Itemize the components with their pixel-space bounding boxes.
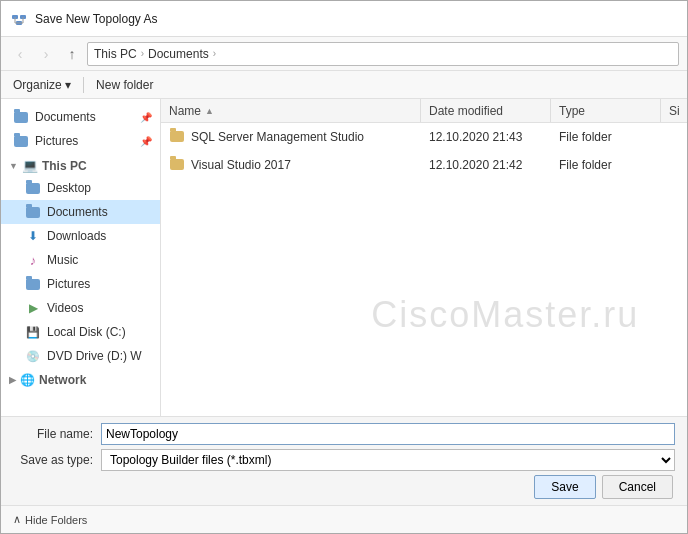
savetype-select[interactable]: Topology Builder files (*.tbxml) <box>101 449 675 471</box>
column-headers: Name ▲ Date modified Type Si <box>161 99 687 123</box>
sidebar-item-documents[interactable]: Documents <box>1 200 160 224</box>
sidebar-item-pictures-quick[interactable]: Pictures 📌 <box>1 129 160 153</box>
filename-label: File name: <box>13 427 93 441</box>
folder-icon2 <box>169 157 185 173</box>
sidebar-item-local-disk[interactable]: 💾 Local Disk (C:) <box>1 320 160 344</box>
sidebar-item-music[interactable]: ♪ Music <box>1 248 160 272</box>
pictures-icon <box>25 276 41 292</box>
file-name-cell: SQL Server Management Studio <box>161 126 421 148</box>
folder-icon <box>169 129 185 145</box>
this-pc-label: This PC <box>42 159 87 173</box>
back-button[interactable]: ‹ <box>9 43 31 65</box>
file-panel: Name ▲ Date modified Type Si S <box>161 99 687 416</box>
file-size-cell <box>661 134 687 140</box>
hide-folders-label: Hide Folders <box>25 514 87 526</box>
new-folder-button[interactable]: New folder <box>92 76 157 94</box>
filename-input[interactable] <box>101 423 675 445</box>
savetype-row: Save as type: Topology Builder files (*.… <box>13 449 675 471</box>
network-label: Network <box>39 373 86 387</box>
nav-bar: ‹ › ↑ This PC › Documents › <box>1 37 687 71</box>
file-type-cell: File folder <box>551 127 661 147</box>
breadcrumb-documents: Documents <box>148 47 209 61</box>
toolbar: Organize ▾ New folder <box>1 71 687 99</box>
footer-bar: ∧ Hide Folders <box>1 505 687 533</box>
sidebar-item-videos[interactable]: ▶ Videos <box>1 296 160 320</box>
col-header-size[interactable]: Si <box>661 99 687 122</box>
music-icon: ♪ <box>25 252 41 268</box>
breadcrumb-thispc: This PC <box>94 47 137 61</box>
breadcrumb-sep2: › <box>213 48 216 59</box>
network-header[interactable]: ▶ 🌐 Network <box>1 370 160 390</box>
col-header-name[interactable]: Name ▲ <box>161 99 421 122</box>
save-button[interactable]: Save <box>534 475 595 499</box>
sort-arrow: ▲ <box>205 106 214 116</box>
dvd-icon: 💿 <box>25 348 41 364</box>
quick-access-section: Documents 📌 Pictures 📌 <box>1 103 160 155</box>
downloads-icon: ⬇ <box>25 228 41 244</box>
desktop-icon <box>25 180 41 196</box>
breadcrumb[interactable]: This PC › Documents › <box>87 42 679 66</box>
videos-icon: ▶ <box>25 300 41 316</box>
downloads-label: Downloads <box>47 229 106 243</box>
toolbar-separator <box>83 77 84 93</box>
network-icon: 🌐 <box>20 373 35 387</box>
sidebar: Documents 📌 Pictures 📌 ▼ 💻 This PC Deskt… <box>1 99 161 416</box>
topology-icon <box>11 11 27 27</box>
table-row[interactable]: Visual Studio 2017 12.10.2020 21:42 File… <box>161 151 687 179</box>
col-header-date[interactable]: Date modified <box>421 99 551 122</box>
this-pc-header[interactable]: ▼ 💻 This PC <box>1 155 160 176</box>
folder-special-icon <box>13 109 29 125</box>
dialog-title: Save New Topology As <box>35 12 158 26</box>
file-date-cell: 12.10.2020 21:43 <box>421 127 551 147</box>
forward-button[interactable]: › <box>35 43 57 65</box>
title-bar: Save New Topology As <box>1 1 687 37</box>
sidebar-item-pictures[interactable]: Pictures <box>1 272 160 296</box>
sidebar-item-desktop[interactable]: Desktop <box>1 176 160 200</box>
col-header-type[interactable]: Type <box>551 99 661 122</box>
main-content: Documents 📌 Pictures 📌 ▼ 💻 This PC Deskt… <box>1 99 687 416</box>
computer-icon: 💻 <box>22 158 38 173</box>
hide-folders-button[interactable]: ∧ Hide Folders <box>13 513 87 526</box>
file-size-cell <box>661 162 687 168</box>
watermark: CiscoMaster.ru <box>371 294 639 336</box>
file-type-cell: File folder <box>551 155 661 175</box>
breadcrumb-sep1: › <box>141 48 144 59</box>
file-name-cell: Visual Studio 2017 <box>161 154 421 176</box>
button-group: Save Cancel <box>13 475 675 499</box>
network-arrow: ▶ <box>9 375 16 385</box>
filename-row: File name: <box>13 423 675 445</box>
sidebar-item-dvd[interactable]: 💿 DVD Drive (D:) W <box>1 344 160 368</box>
folder-special-icon2 <box>13 133 29 149</box>
this-pc-arrow: ▼ <box>9 161 18 171</box>
local-disk-icon: 💾 <box>25 324 41 340</box>
savetype-label: Save as type: <box>13 453 93 467</box>
save-dialog: Save New Topology As ‹ › ↑ This PC › Doc… <box>0 0 688 534</box>
documents-icon <box>25 204 41 220</box>
cancel-button[interactable]: Cancel <box>602 475 673 499</box>
organize-button[interactable]: Organize ▾ <box>9 76 75 94</box>
bottom-panel: File name: Save as type: Topology Builde… <box>1 416 687 505</box>
expand-icon: ∧ <box>13 513 21 526</box>
table-row[interactable]: SQL Server Management Studio 12.10.2020 … <box>161 123 687 151</box>
up-button[interactable]: ↑ <box>61 43 83 65</box>
file-date-cell: 12.10.2020 21:42 <box>421 155 551 175</box>
sidebar-item-downloads[interactable]: ⬇ Downloads <box>1 224 160 248</box>
file-list: SQL Server Management Studio 12.10.2020 … <box>161 123 687 416</box>
sidebar-item-documents-quick[interactable]: Documents 📌 <box>1 105 160 129</box>
